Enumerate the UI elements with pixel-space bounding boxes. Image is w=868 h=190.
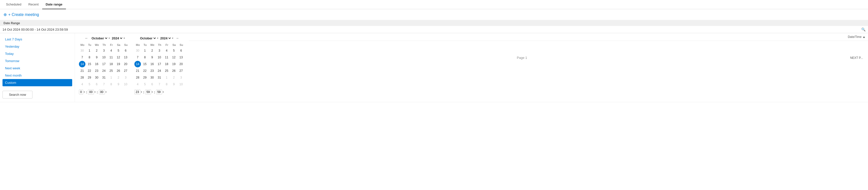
cal2-day[interactable]: 10 [156, 54, 163, 61]
sec-start-select[interactable]: 00 [99, 89, 105, 94]
create-meeting-button[interactable]: ⊕ + Create meeting [0, 9, 868, 20]
cal1-prev-button[interactable]: ← [84, 36, 90, 41]
cal2-day[interactable]: 24 [156, 68, 163, 74]
cal1-day[interactable]: 1 [86, 47, 93, 54]
cal1-day[interactable]: 15 [86, 61, 93, 67]
min-start-select[interactable]: 00 [88, 89, 94, 94]
calendar-area: ← October ▾ 2024 ▾ [75, 33, 189, 102]
cal1-day: 1 [108, 74, 115, 81]
cal1-day[interactable]: 28 [79, 74, 86, 81]
preset-next-month[interactable]: Next month [2, 72, 72, 79]
cal1-day[interactable]: 5 [115, 47, 122, 54]
cal2-day[interactable]: 5 [170, 47, 177, 54]
cal1-day[interactable]: 26 [115, 68, 122, 74]
preset-today[interactable]: Today [2, 50, 72, 58]
cal1-day: 6 [93, 81, 100, 87]
tab-recent[interactable]: Recent [25, 0, 42, 9]
cal2-day[interactable]: 21 [134, 68, 141, 74]
cal2-year-select[interactable]: 2024 [159, 36, 172, 40]
cal1-day[interactable]: 27 [122, 68, 129, 74]
cal2-day[interactable]: 22 [142, 68, 148, 74]
cal1-day[interactable]: 17 [101, 61, 107, 67]
cal1-day[interactable]: 30 [93, 74, 100, 81]
preset-tomorrow[interactable]: Tomorrow [2, 58, 72, 65]
cal2-day[interactable]: 7 [134, 54, 141, 61]
cal1-day[interactable]: 8 [86, 54, 93, 61]
cal1-day[interactable]: 11 [108, 54, 115, 61]
cal1-day[interactable]: 19 [115, 61, 122, 67]
tab-date-range[interactable]: Date range [42, 0, 66, 9]
cal2-day[interactable]: 27 [178, 68, 184, 74]
cal2-day[interactable]: 25 [163, 68, 170, 74]
cal1-day[interactable]: 6 [122, 47, 129, 54]
cal2-day[interactable]: 17 [156, 61, 163, 67]
cal2-day[interactable]: 28 [134, 74, 141, 81]
cal2-year-arrow: ▾ [172, 37, 173, 39]
cal1-year-select[interactable]: 2024 [111, 36, 123, 40]
cal1-day[interactable]: 13 [122, 54, 129, 61]
cal2-header-su: Su [178, 43, 185, 47]
cal2-day[interactable]: 29 [142, 74, 148, 81]
cal2-day[interactable]: 12 [170, 54, 177, 61]
next-page-button[interactable]: NEXT P... [850, 56, 863, 60]
cal2-day[interactable]: 13 [178, 54, 184, 61]
cal1-day-selected[interactable]: 14 [79, 61, 86, 67]
cal2-day[interactable]: 6 [178, 47, 184, 54]
cal1-day[interactable]: 4 [108, 47, 115, 54]
cal2-day[interactable]: 23 [149, 68, 155, 74]
cal2-day[interactable]: 16 [149, 61, 155, 67]
cal1-day[interactable]: 3 [101, 47, 107, 54]
cal1-day[interactable]: 2 [93, 47, 100, 54]
sort-label[interactable]: Date/Time [848, 35, 862, 39]
cal1-day[interactable]: 7 [79, 54, 86, 61]
cal2-day[interactable]: 3 [156, 47, 163, 54]
cal1-day: 7 [101, 81, 107, 87]
cal1-day[interactable]: 12 [115, 54, 122, 61]
cal1-day[interactable]: 10 [101, 54, 107, 61]
hour-end-select[interactable]: 23 [134, 89, 141, 94]
sec-end-wrapper: 59 ▾ [156, 89, 164, 94]
cal2-day[interactable]: 26 [170, 68, 177, 74]
cal2-day[interactable]: 20 [178, 61, 184, 67]
cal2-day[interactable]: 18 [163, 61, 170, 67]
search-now-button[interactable]: Search now [2, 91, 32, 99]
cal1-day[interactable]: 31 [101, 74, 107, 81]
cal2-day-selected[interactable]: 14 [134, 61, 141, 67]
date-range-section-label: Date Range [0, 20, 868, 26]
cal2-day[interactable]: 4 [163, 47, 170, 54]
preset-yesterday[interactable]: Yesterday [2, 43, 72, 50]
cal1-day[interactable]: 29 [86, 74, 93, 81]
search-icon[interactable]: 🔍 [861, 28, 866, 31]
cal2-day[interactable]: 11 [163, 54, 170, 61]
cal2-header-th: Th [156, 43, 163, 47]
cal2-day[interactable]: 9 [149, 54, 155, 61]
cal2-month-select[interactable]: October [139, 36, 157, 40]
cal1-day[interactable]: 25 [108, 68, 115, 74]
cal1-day[interactable]: 9 [93, 54, 100, 61]
cal2-day[interactable]: 8 [142, 54, 148, 61]
sec-end-select[interactable]: 59 [156, 89, 162, 94]
preset-next-week[interactable]: Next week [2, 65, 72, 72]
cal1-day[interactable]: 16 [93, 61, 100, 67]
cal1-day[interactable]: 20 [122, 61, 129, 67]
time-colon-2: : [97, 90, 98, 94]
cal1-day[interactable]: 23 [93, 68, 100, 74]
cal2-next-button[interactable]: → [174, 36, 180, 41]
cal2-day[interactable]: 31 [156, 74, 163, 81]
cal2-day[interactable]: 2 [149, 47, 155, 54]
cal2-day[interactable]: 15 [142, 61, 148, 67]
cal1-day[interactable]: 24 [101, 68, 107, 74]
cal1-month-wrapper: October ▾ [91, 36, 110, 40]
preset-custom[interactable]: Custom [2, 79, 72, 86]
preset-last7days[interactable]: Last 7 Days [2, 36, 72, 43]
cal1-day[interactable]: 18 [108, 61, 115, 67]
hour-start-select[interactable]: 0 [79, 89, 83, 94]
cal1-day[interactable]: 22 [86, 68, 93, 74]
cal2-day[interactable]: 30 [149, 74, 155, 81]
min-end-select[interactable]: 59 [145, 89, 151, 94]
tab-scheduled[interactable]: Scheduled [2, 0, 25, 9]
cal2-day[interactable]: 1 [142, 47, 148, 54]
cal2-day[interactable]: 19 [170, 61, 177, 67]
cal1-month-select[interactable]: October [91, 36, 108, 40]
cal1-day[interactable]: 21 [79, 68, 86, 74]
